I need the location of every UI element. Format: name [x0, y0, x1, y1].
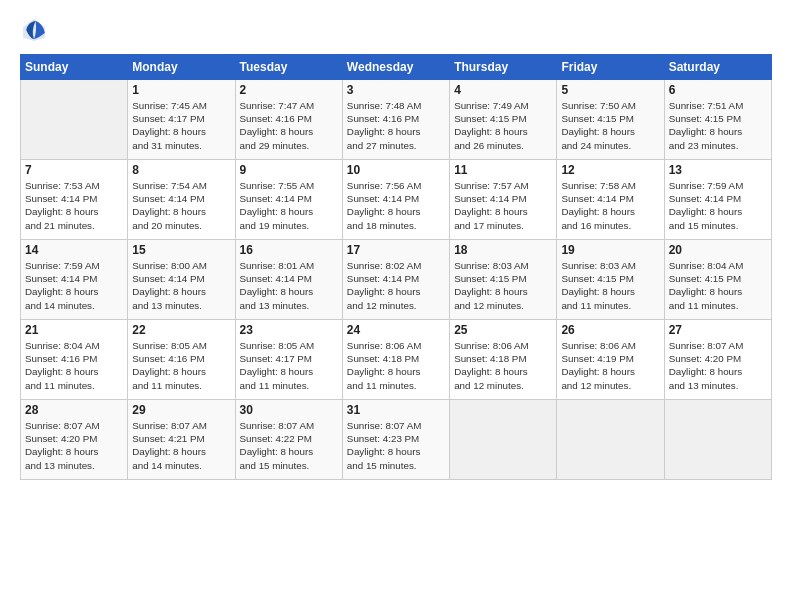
weekday-header-monday: Monday	[128, 55, 235, 80]
day-number: 23	[240, 323, 338, 337]
day-info: Sunrise: 8:00 AM Sunset: 4:14 PM Dayligh…	[132, 259, 230, 312]
day-info: Sunrise: 8:02 AM Sunset: 4:14 PM Dayligh…	[347, 259, 445, 312]
day-info: Sunrise: 8:06 AM Sunset: 4:18 PM Dayligh…	[454, 339, 552, 392]
weekday-header-sunday: Sunday	[21, 55, 128, 80]
day-number: 7	[25, 163, 123, 177]
day-number: 15	[132, 243, 230, 257]
day-info: Sunrise: 7:54 AM Sunset: 4:14 PM Dayligh…	[132, 179, 230, 232]
day-info: Sunrise: 7:59 AM Sunset: 4:14 PM Dayligh…	[669, 179, 767, 232]
week-row-1: 1Sunrise: 7:45 AM Sunset: 4:17 PM Daylig…	[21, 80, 772, 160]
day-info: Sunrise: 8:05 AM Sunset: 4:16 PM Dayligh…	[132, 339, 230, 392]
logo	[20, 16, 50, 44]
calendar-cell: 31Sunrise: 8:07 AM Sunset: 4:23 PM Dayli…	[342, 400, 449, 480]
day-info: Sunrise: 7:51 AM Sunset: 4:15 PM Dayligh…	[669, 99, 767, 152]
calendar-cell: 16Sunrise: 8:01 AM Sunset: 4:14 PM Dayli…	[235, 240, 342, 320]
calendar-cell: 25Sunrise: 8:06 AM Sunset: 4:18 PM Dayli…	[450, 320, 557, 400]
day-info: Sunrise: 8:04 AM Sunset: 4:15 PM Dayligh…	[669, 259, 767, 312]
weekday-header-thursday: Thursday	[450, 55, 557, 80]
page: SundayMondayTuesdayWednesdayThursdayFrid…	[0, 0, 792, 612]
day-number: 27	[669, 323, 767, 337]
calendar-cell: 12Sunrise: 7:58 AM Sunset: 4:14 PM Dayli…	[557, 160, 664, 240]
day-number: 12	[561, 163, 659, 177]
day-number: 20	[669, 243, 767, 257]
calendar-header: SundayMondayTuesdayWednesdayThursdayFrid…	[21, 55, 772, 80]
day-number: 16	[240, 243, 338, 257]
day-number: 31	[347, 403, 445, 417]
calendar-cell: 29Sunrise: 8:07 AM Sunset: 4:21 PM Dayli…	[128, 400, 235, 480]
day-info: Sunrise: 7:59 AM Sunset: 4:14 PM Dayligh…	[25, 259, 123, 312]
day-info: Sunrise: 7:58 AM Sunset: 4:14 PM Dayligh…	[561, 179, 659, 232]
calendar-cell: 28Sunrise: 8:07 AM Sunset: 4:20 PM Dayli…	[21, 400, 128, 480]
calendar-cell: 4Sunrise: 7:49 AM Sunset: 4:15 PM Daylig…	[450, 80, 557, 160]
day-info: Sunrise: 8:04 AM Sunset: 4:16 PM Dayligh…	[25, 339, 123, 392]
calendar-cell: 5Sunrise: 7:50 AM Sunset: 4:15 PM Daylig…	[557, 80, 664, 160]
weekday-header-tuesday: Tuesday	[235, 55, 342, 80]
weekday-row: SundayMondayTuesdayWednesdayThursdayFrid…	[21, 55, 772, 80]
day-number: 26	[561, 323, 659, 337]
calendar-cell: 10Sunrise: 7:56 AM Sunset: 4:14 PM Dayli…	[342, 160, 449, 240]
day-info: Sunrise: 7:56 AM Sunset: 4:14 PM Dayligh…	[347, 179, 445, 232]
calendar-cell: 17Sunrise: 8:02 AM Sunset: 4:14 PM Dayli…	[342, 240, 449, 320]
day-info: Sunrise: 8:06 AM Sunset: 4:18 PM Dayligh…	[347, 339, 445, 392]
calendar-cell: 27Sunrise: 8:07 AM Sunset: 4:20 PM Dayli…	[664, 320, 771, 400]
week-row-2: 7Sunrise: 7:53 AM Sunset: 4:14 PM Daylig…	[21, 160, 772, 240]
day-number: 24	[347, 323, 445, 337]
calendar-cell	[450, 400, 557, 480]
weekday-header-wednesday: Wednesday	[342, 55, 449, 80]
calendar-cell: 7Sunrise: 7:53 AM Sunset: 4:14 PM Daylig…	[21, 160, 128, 240]
day-number: 25	[454, 323, 552, 337]
day-info: Sunrise: 7:57 AM Sunset: 4:14 PM Dayligh…	[454, 179, 552, 232]
day-info: Sunrise: 8:03 AM Sunset: 4:15 PM Dayligh…	[454, 259, 552, 312]
day-info: Sunrise: 7:55 AM Sunset: 4:14 PM Dayligh…	[240, 179, 338, 232]
day-number: 11	[454, 163, 552, 177]
header	[20, 16, 772, 44]
day-number: 3	[347, 83, 445, 97]
calendar-cell	[664, 400, 771, 480]
calendar-cell	[21, 80, 128, 160]
day-number: 1	[132, 83, 230, 97]
day-number: 29	[132, 403, 230, 417]
day-number: 9	[240, 163, 338, 177]
day-info: Sunrise: 8:07 AM Sunset: 4:20 PM Dayligh…	[669, 339, 767, 392]
day-number: 28	[25, 403, 123, 417]
day-number: 19	[561, 243, 659, 257]
calendar-cell: 15Sunrise: 8:00 AM Sunset: 4:14 PM Dayli…	[128, 240, 235, 320]
calendar-cell: 24Sunrise: 8:06 AM Sunset: 4:18 PM Dayli…	[342, 320, 449, 400]
day-number: 18	[454, 243, 552, 257]
day-number: 21	[25, 323, 123, 337]
calendar-cell	[557, 400, 664, 480]
day-number: 6	[669, 83, 767, 97]
calendar-cell: 14Sunrise: 7:59 AM Sunset: 4:14 PM Dayli…	[21, 240, 128, 320]
calendar-cell: 18Sunrise: 8:03 AM Sunset: 4:15 PM Dayli…	[450, 240, 557, 320]
calendar-cell: 2Sunrise: 7:47 AM Sunset: 4:16 PM Daylig…	[235, 80, 342, 160]
day-info: Sunrise: 8:03 AM Sunset: 4:15 PM Dayligh…	[561, 259, 659, 312]
calendar-cell: 30Sunrise: 8:07 AM Sunset: 4:22 PM Dayli…	[235, 400, 342, 480]
day-number: 2	[240, 83, 338, 97]
day-info: Sunrise: 8:07 AM Sunset: 4:22 PM Dayligh…	[240, 419, 338, 472]
calendar-cell: 21Sunrise: 8:04 AM Sunset: 4:16 PM Dayli…	[21, 320, 128, 400]
calendar-table: SundayMondayTuesdayWednesdayThursdayFrid…	[20, 54, 772, 480]
calendar-cell: 11Sunrise: 7:57 AM Sunset: 4:14 PM Dayli…	[450, 160, 557, 240]
day-info: Sunrise: 7:47 AM Sunset: 4:16 PM Dayligh…	[240, 99, 338, 152]
calendar-cell: 23Sunrise: 8:05 AM Sunset: 4:17 PM Dayli…	[235, 320, 342, 400]
calendar-body: 1Sunrise: 7:45 AM Sunset: 4:17 PM Daylig…	[21, 80, 772, 480]
day-number: 30	[240, 403, 338, 417]
calendar-cell: 22Sunrise: 8:05 AM Sunset: 4:16 PM Dayli…	[128, 320, 235, 400]
day-number: 14	[25, 243, 123, 257]
day-number: 4	[454, 83, 552, 97]
logo-icon	[20, 16, 48, 44]
day-info: Sunrise: 8:05 AM Sunset: 4:17 PM Dayligh…	[240, 339, 338, 392]
day-number: 8	[132, 163, 230, 177]
day-info: Sunrise: 7:45 AM Sunset: 4:17 PM Dayligh…	[132, 99, 230, 152]
day-number: 13	[669, 163, 767, 177]
weekday-header-saturday: Saturday	[664, 55, 771, 80]
day-info: Sunrise: 7:53 AM Sunset: 4:14 PM Dayligh…	[25, 179, 123, 232]
calendar-cell: 6Sunrise: 7:51 AM Sunset: 4:15 PM Daylig…	[664, 80, 771, 160]
calendar-cell: 3Sunrise: 7:48 AM Sunset: 4:16 PM Daylig…	[342, 80, 449, 160]
calendar-cell: 19Sunrise: 8:03 AM Sunset: 4:15 PM Dayli…	[557, 240, 664, 320]
day-number: 5	[561, 83, 659, 97]
day-info: Sunrise: 8:01 AM Sunset: 4:14 PM Dayligh…	[240, 259, 338, 312]
day-number: 22	[132, 323, 230, 337]
calendar-cell: 8Sunrise: 7:54 AM Sunset: 4:14 PM Daylig…	[128, 160, 235, 240]
calendar-cell: 20Sunrise: 8:04 AM Sunset: 4:15 PM Dayli…	[664, 240, 771, 320]
